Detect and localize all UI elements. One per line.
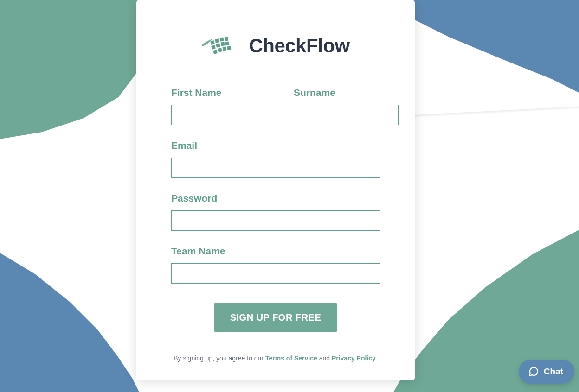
first-name-group: First Name [171,87,276,125]
logo-text: CheckFlow [249,35,349,57]
name-row: First Name Surname [171,87,380,125]
chat-label: Chat [544,367,563,377]
legal-conjunction: and [317,354,332,362]
password-input[interactable] [171,210,380,231]
legal-suffix: . [376,354,378,362]
svg-rect-11 [227,46,232,51]
chat-widget-button[interactable]: Chat [519,360,574,384]
email-input[interactable] [171,158,380,178]
svg-rect-10 [223,46,227,51]
svg-rect-5 [216,43,220,47]
signup-button[interactable]: SIGN UP FOR FREE [214,303,337,332]
svg-rect-3 [225,37,229,41]
team-name-group: Team Name [171,246,380,284]
svg-rect-8 [213,50,218,54]
svg-rect-0 [210,40,215,45]
signup-card: CheckFlow First Name Surname Email Passw… [136,0,415,380]
terms-of-service-link[interactable]: Terms of Service [265,354,317,362]
email-group: Email [171,140,380,178]
svg-rect-6 [221,42,225,46]
privacy-policy-link[interactable]: Privacy Policy [332,354,376,362]
bg-wave-shadow [393,107,579,119]
team-name-label: Team Name [171,246,380,257]
svg-rect-9 [218,48,222,52]
legal-prefix: By signing up, you agree to our [174,354,265,362]
svg-rect-2 [220,37,224,41]
legal-text: By signing up, you agree to our Terms of… [171,354,380,362]
first-name-label: First Name [171,87,276,98]
svg-rect-7 [225,42,230,46]
password-group: Password [171,193,380,231]
team-name-input[interactable] [171,263,380,284]
logo: CheckFlow [171,0,380,87]
email-label: Email [171,140,380,151]
password-label: Password [171,193,380,204]
logo-mark-icon [201,32,242,59]
bg-wave-top-left [0,0,139,139]
bg-wave-top-right [393,0,579,93]
chat-icon [528,366,539,377]
surname-group: Surname [294,87,399,125]
svg-rect-1 [215,38,219,43]
surname-input[interactable] [294,105,399,125]
surname-label: Surname [294,87,399,98]
svg-rect-4 [211,45,216,50]
first-name-input[interactable] [171,105,276,125]
bg-wave-bottom-left [0,253,139,392]
